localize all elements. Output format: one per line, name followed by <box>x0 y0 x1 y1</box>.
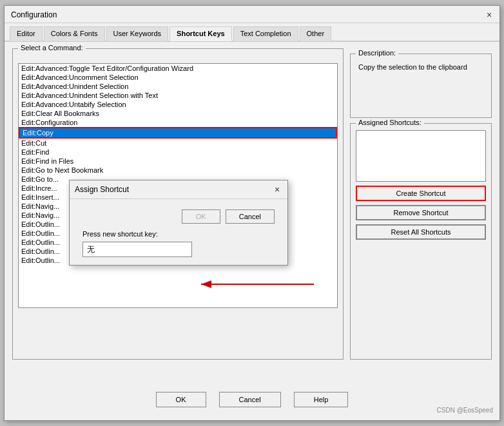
assigned-shortcuts-group: Assigned Shortcuts: Create Shortcut Remo… <box>350 123 492 360</box>
create-shortcut-button[interactable]: Create Shortcut <box>356 186 486 201</box>
dialog-buttons: OK Cancel <box>82 209 275 224</box>
list-item[interactable]: Edit:Go to Next Bookmark <box>19 166 337 175</box>
dialog-cancel-button[interactable]: Cancel <box>226 209 275 224</box>
assign-shortcut-dialog: Assign Shortcut × OK Cancel Press new sh… <box>69 180 288 266</box>
dialog-title: Assign Shortcut <box>75 185 129 194</box>
list-item[interactable]: Edit:Find <box>19 148 337 157</box>
select-command-legend: Select a Command: <box>18 44 86 52</box>
remove-shortcut-button[interactable]: Remove Shortcut <box>356 205 486 220</box>
bottom-buttons: OK Cancel Help <box>5 385 499 414</box>
dialog-content: OK Cancel Press new shortcut key: <box>70 199 287 265</box>
window-title: Configuration <box>11 10 57 19</box>
tab-other[interactable]: Other <box>300 26 332 41</box>
list-item[interactable]: Edit:Clear All Bookmarks <box>19 109 337 118</box>
description-group: Description: Copy the selection to the c… <box>350 53 492 118</box>
tab-editor[interactable]: Editor <box>10 26 43 41</box>
right-panel: Description: Copy the selection to the c… <box>350 48 492 360</box>
description-text: Copy the selection to the clipboard <box>356 61 486 73</box>
description-legend: Description: <box>356 49 398 57</box>
tab-bar: Editor Colors & Fonts User Keywords Shor… <box>5 23 499 42</box>
dialog-ok-button[interactable]: OK <box>182 209 220 224</box>
help-button[interactable]: Help <box>294 392 349 407</box>
tab-text-completion[interactable]: Text Completion <box>233 26 298 41</box>
dialog-prompt-label: Press new shortcut key: <box>82 230 275 238</box>
configuration-window: Configuration × Editor Colors & Fonts Us… <box>4 5 500 421</box>
list-item[interactable]: Edit:Advanced:Unindent Selection with Te… <box>19 91 337 100</box>
list-item[interactable]: Edit:Cut <box>19 139 337 148</box>
cancel-button[interactable]: Cancel <box>219 392 281 407</box>
assigned-shortcuts-legend: Assigned Shortcuts: <box>356 119 424 126</box>
list-item[interactable]: Edit:Find in Files <box>19 157 337 166</box>
ok-button[interactable]: OK <box>156 392 206 407</box>
title-bar: Configuration × <box>5 6 499 23</box>
list-item-edit-copy[interactable]: Edit:Copy <box>19 127 337 139</box>
dialog-close-button[interactable]: × <box>272 184 282 195</box>
list-item[interactable]: Edit:Advanced:Unindent Selection <box>19 82 337 91</box>
window-close-button[interactable]: × <box>484 10 494 20</box>
list-item[interactable]: Edit:Advanced:Untabify Selection <box>19 100 337 109</box>
reset-all-shortcuts-button[interactable]: Reset All Shortcuts <box>356 224 486 240</box>
list-item[interactable]: Edit:Advanced:Uncomment Selection <box>19 73 337 82</box>
list-item[interactable]: Edit:Advanced:Toggle Text Editor/Configu… <box>19 64 337 73</box>
tab-colors-fonts[interactable]: Colors & Fonts <box>44 26 105 41</box>
tab-user-keywords[interactable]: User Keywords <box>106 26 169 41</box>
tab-shortcut-keys[interactable]: Shortcut Keys <box>170 26 232 41</box>
dialog-title-bar: Assign Shortcut × <box>70 180 287 199</box>
watermark: CSDN @EosSpeed <box>437 407 493 414</box>
shortcut-key-input[interactable] <box>82 242 192 257</box>
assigned-shortcuts-list[interactable] <box>356 130 486 182</box>
list-item[interactable]: Edit:Configuration <box>19 118 337 127</box>
action-buttons: Create Shortcut Remove Shortcut Reset Al… <box>356 186 486 240</box>
